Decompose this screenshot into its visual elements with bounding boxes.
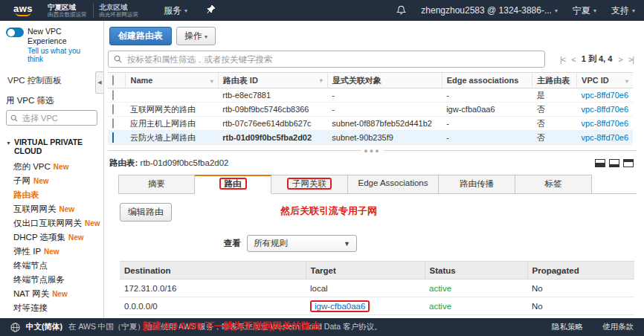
cell-main: 否 bbox=[532, 131, 577, 145]
vpc-filter-input[interactable] bbox=[21, 113, 88, 123]
sidebar-item-vpc-dashboard[interactable]: VPC 控制面板 bbox=[0, 75, 103, 86]
detail-title-value: rtb-01d09f0bc5fba2d02 bbox=[141, 158, 229, 167]
sidebar-item-elastic-ips[interactable]: 弹性 IPNew bbox=[0, 245, 103, 259]
cell-edge-assoc: igw-cfba0aa6 bbox=[442, 103, 532, 117]
aws-logo[interactable]: aws bbox=[13, 4, 33, 16]
sidebar-item-endpoints[interactable]: 终端节点 bbox=[0, 259, 103, 273]
section-virtual-private-cloud[interactable]: ▼ VIRTUAL PRIVATE CLOUD bbox=[0, 138, 103, 155]
cell-route-table-id: rtb-09bf9bc5746cb8366 bbox=[218, 103, 327, 117]
region-beijing-subtitle: 由光环新网运营 bbox=[100, 11, 139, 18]
tab-tags[interactable]: 标签 bbox=[515, 175, 592, 194]
column-header-vpc-id[interactable]: VPC ID▾ bbox=[577, 73, 633, 88]
sidebar-item-label: 终端节点 bbox=[13, 261, 48, 270]
new-badge: New bbox=[52, 290, 68, 298]
pagination-prev-icon[interactable]: < bbox=[571, 55, 575, 64]
pagination-last-icon[interactable]: >| bbox=[628, 55, 634, 64]
table-row[interactable]: rtb-e8ec7881 - - 是 vpc-8ffd70e6 bbox=[108, 88, 633, 103]
detail-tabs: 摘要 路由 子网关联 Edge Associations 路由传播 标签 bbox=[118, 175, 592, 194]
column-header-name[interactable]: Name▾ bbox=[126, 73, 218, 88]
vpc-id-link[interactable]: vpc-8ffd70e6 bbox=[582, 105, 628, 114]
sidebar-item-route-tables[interactable]: 路由表 bbox=[0, 188, 103, 202]
column-header-route-table-id[interactable]: 路由表 ID▾ bbox=[218, 73, 327, 88]
layout-split-bottom-icon[interactable] bbox=[595, 159, 605, 167]
vpc-id-link[interactable]: vpc-8ffd70e6 bbox=[582, 119, 628, 128]
sidebar-item-label: DHCP 选项集 bbox=[13, 233, 65, 242]
table-row-selected[interactable]: 云防火墙上网路由 rtb-01d09f0bc5fba2d02 subnet-90… bbox=[108, 131, 633, 145]
table-row[interactable]: 应用主机上网路由 rtb-07c76ee614dbb627c subnet-0f… bbox=[108, 117, 633, 131]
column-header-edge-assoc[interactable]: Edge associations bbox=[442, 73, 532, 88]
feedback-link[interactable]: Tell us what you think bbox=[0, 46, 103, 63]
sort-icon[interactable]: ▾ bbox=[210, 78, 213, 85]
region-ningxia: 宁夏区域 由西云数据运营 bbox=[42, 3, 93, 18]
column-header-main[interactable]: 主路由表 bbox=[532, 73, 577, 88]
layout-full-icon[interactable] bbox=[623, 159, 634, 167]
account-menu[interactable]: zhengzhou2583 @ 1324-3886-... ▾ bbox=[421, 5, 558, 16]
cell-edge-assoc: - bbox=[442, 88, 532, 103]
services-menu[interactable]: 服务 ▾ bbox=[164, 4, 187, 17]
sort-icon[interactable]: ▾ bbox=[320, 77, 323, 84]
row-checkbox[interactable] bbox=[112, 104, 114, 114]
table-filter-box[interactable] bbox=[108, 51, 545, 68]
tab-summary[interactable]: 摘要 bbox=[118, 175, 195, 194]
edit-routes-button[interactable]: 编辑路由 bbox=[120, 203, 172, 222]
pagination: |< < 1 到 4, 4 > >| bbox=[560, 54, 637, 65]
actions-button-label: 操作 bbox=[184, 30, 202, 41]
sidebar-item-nat-gateways[interactable]: NAT 网关New bbox=[0, 287, 103, 301]
row-checkbox[interactable] bbox=[112, 90, 114, 100]
sidebar-item-peering-connections[interactable]: 对等连接 bbox=[0, 301, 103, 315]
new-vpc-experience-row: New VPC Experience bbox=[0, 27, 103, 46]
panel-splitter[interactable]: ●●● bbox=[108, 150, 637, 156]
tab-label: 子网关联 bbox=[292, 179, 326, 188]
tab-subnet-associations[interactable]: 子网关联 bbox=[271, 175, 348, 194]
row-checkbox-checked[interactable] bbox=[112, 132, 114, 143]
route-row[interactable]: 172.31.0.0/16 local active No bbox=[120, 280, 634, 297]
cell-destination: 0.0.0.0/0 bbox=[120, 297, 306, 315]
sidebar-item-endpoint-services[interactable]: 终端节点服务 bbox=[0, 273, 103, 287]
tab-routes[interactable]: 路由 bbox=[195, 175, 271, 194]
column-header-explicit-assoc[interactable]: 显式关联对象 bbox=[327, 73, 442, 88]
support-menu[interactable]: 支持 ▾ bbox=[611, 4, 635, 17]
create-route-table-button[interactable]: 创建路由表 bbox=[109, 27, 172, 45]
pin-icon[interactable] bbox=[207, 4, 216, 16]
column-label: 主路由表 bbox=[537, 76, 570, 85]
row-checkbox[interactable] bbox=[112, 118, 114, 129]
vpc-id-link[interactable]: vpc-8ffd70e6 bbox=[582, 133, 628, 142]
table-row[interactable]: 互联网网关的路由 rtb-09bf9bc5746cb8366 - igw-cfb… bbox=[108, 103, 633, 117]
support-menu-label: 支持 bbox=[611, 4, 629, 17]
region-menu-label: 宁夏 bbox=[573, 4, 590, 17]
sidebar-collapse-handle[interactable]: ◀ bbox=[95, 71, 103, 94]
sidebar-item-internet-gateways[interactable]: 互联网网关New bbox=[0, 202, 103, 216]
region-operator-labels: 宁夏区域 由西云数据运营 北京区域 由光环新网运营 bbox=[42, 3, 144, 18]
sidebar-item-subnets[interactable]: 子网New bbox=[0, 174, 103, 188]
route-row[interactable]: 0.0.0.0/0 igw-cfba0aa6 active No bbox=[120, 297, 634, 315]
pagination-first-icon[interactable]: |< bbox=[560, 55, 565, 64]
actions-button[interactable]: 操作▾ bbox=[176, 27, 216, 45]
notifications-bell-icon[interactable] bbox=[396, 5, 406, 16]
pagination-next-icon[interactable]: > bbox=[618, 55, 622, 64]
chevron-down-icon: ▾ bbox=[555, 7, 558, 14]
igw-target-link[interactable]: igw-cfba0aa6 bbox=[315, 302, 365, 311]
footer-language-selector[interactable]: 中文(简体) bbox=[26, 322, 62, 332]
sort-icon[interactable]: ▾ bbox=[625, 78, 628, 85]
sidebar-item-dhcp-option-sets[interactable]: DHCP 选项集New bbox=[0, 230, 103, 245]
sidebar-item-egress-only-igw[interactable]: 仅出口互联网网关New bbox=[0, 216, 103, 230]
tab-label: Edge Associations bbox=[358, 178, 428, 187]
sidebar-item-label: 弹性 IP bbox=[13, 247, 41, 256]
table-filter-input[interactable] bbox=[126, 54, 539, 65]
routes-tab-content: 编辑路由 然后关联引流专用子网 查看 所有规则 ▼ Destination Ta… bbox=[108, 194, 637, 333]
tab-route-propagation[interactable]: 路由传播 bbox=[439, 175, 515, 194]
region-menu[interactable]: 宁夏 ▾ bbox=[573, 4, 596, 17]
column-header-propagated: Propagated bbox=[527, 262, 634, 280]
select-all-checkbox[interactable] bbox=[112, 75, 114, 85]
sidebar-item-label: NAT 网关 bbox=[13, 289, 49, 298]
tab-edge-associations[interactable]: Edge Associations bbox=[348, 175, 439, 194]
vpc-filter-searchbox[interactable] bbox=[6, 110, 97, 126]
view-rules-dropdown[interactable]: 所有规则 ▼ bbox=[247, 235, 357, 252]
cell-propagated: No bbox=[527, 280, 634, 297]
splitter-drag-handle[interactable]: ●●● bbox=[361, 149, 383, 153]
tabs-container: 摘要 路由 子网关联 Edge Associations 路由传播 标签 bbox=[108, 169, 637, 194]
new-vpc-experience-toggle[interactable] bbox=[6, 28, 24, 37]
layout-split-half-icon[interactable] bbox=[609, 159, 619, 167]
sidebar-item-your-vpcs[interactable]: 您的 VPCNew bbox=[0, 160, 103, 174]
vpc-id-link[interactable]: vpc-8ffd70e6 bbox=[582, 91, 628, 100]
